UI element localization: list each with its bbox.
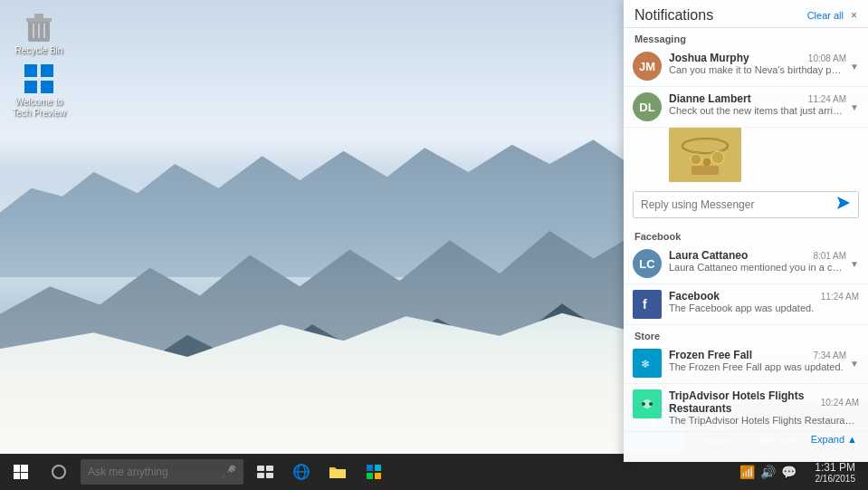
tripadvisor-icon: [633, 389, 662, 418]
svg-rect-43: [375, 473, 381, 479]
volume-tray-icon[interactable]: 🔊: [760, 465, 776, 479]
facebook-app-text: The Facebook app was updated.: [669, 303, 859, 313]
reply-send-icon[interactable]: [836, 196, 851, 214]
task-view-button[interactable]: [247, 454, 283, 490]
svg-rect-41: [375, 465, 381, 471]
desktop-icon-windows-store[interactable]: Welcome to Tech Preview: [7, 59, 71, 122]
laura-name: Laura Cattaneo: [669, 249, 748, 262]
tripadvisor-name-row: TripAdvisor Hotels Flights Restaurants 1…: [669, 389, 859, 415]
dianne-avatar: DL: [633, 92, 662, 121]
windows-store-icon: [23, 62, 55, 95]
svg-rect-33: [266, 466, 273, 471]
recycle-bin-label: Recycle Bin: [15, 45, 63, 56]
messaging-section-header: Messaging: [624, 28, 868, 46]
system-clock[interactable]: 1:31 PM 2/16/2015: [807, 461, 863, 484]
svg-point-23: [642, 402, 645, 406]
svg-rect-1: [26, 18, 52, 22]
joshua-content: Joshua Murphy 10:08 AM Can you make it t…: [669, 52, 846, 75]
windows-store-label: Welcome to Tech Preview: [12, 97, 65, 119]
internet-explorer-button[interactable]: [283, 454, 320, 490]
svg-rect-32: [257, 466, 264, 471]
facebook-app-content: Facebook 11:24 AM The Facebook app was u…: [669, 290, 859, 313]
store-taskbar-button[interactable]: [356, 454, 392, 490]
svg-rect-9: [41, 81, 53, 93]
notifications-tray-icon[interactable]: 💬: [781, 465, 796, 479]
expand-button[interactable]: Expand ▲: [624, 432, 868, 450]
svg-rect-40: [367, 465, 373, 471]
network-tray-icon[interactable]: 📶: [739, 465, 755, 479]
svg-text:❄: ❄: [641, 358, 650, 370]
file-explorer-icon: [329, 465, 346, 479]
panel-header: Notifications Clear all ×: [624, 0, 868, 28]
joshua-name-row: Joshua Murphy 10:08 AM: [669, 52, 846, 64]
dianne-chevron-icon: ▼: [850, 102, 859, 112]
facebook-app-name: Facebook: [669, 290, 720, 303]
reply-input[interactable]: [641, 198, 833, 211]
store-icon: [367, 465, 381, 479]
clear-all-button[interactable]: Clear all: [807, 10, 844, 21]
laura-avatar: LC: [633, 249, 662, 278]
desktop-wallpaper: [0, 0, 625, 462]
svg-rect-8: [24, 81, 37, 93]
reply-box: [633, 191, 859, 218]
notification-laura-cattaneo[interactable]: LC Laura Cattaneo 8:01 AM Laura Cattaneo…: [624, 244, 868, 284]
svg-rect-7: [41, 64, 53, 77]
joshua-text: Can you make it to Neva's birthday party…: [669, 64, 846, 75]
panel-header-actions: Clear all ×: [807, 9, 857, 22]
joshua-chevron-icon: ▼: [850, 62, 859, 72]
recycle-bin-icon: [23, 11, 55, 43]
search-input[interactable]: [88, 466, 221, 478]
laura-content: Laura Cattaneo 8:01 AM Laura Cattaneo me…: [669, 249, 846, 273]
windows-logo-icon: [14, 465, 28, 479]
notification-tripadvisor[interactable]: TripAdvisor Hotels Flights Restaurants 1…: [624, 384, 868, 432]
panel-title: Notifications: [634, 7, 713, 24]
laura-chevron-icon: ▼: [850, 259, 859, 269]
frozen-free-fall-text: The Frozen Free Fall app was updated.: [669, 361, 846, 372]
clock-time: 1:31 PM: [815, 461, 855, 474]
frozen-free-fall-name: Frozen Free Fall: [669, 349, 752, 361]
svg-rect-35: [266, 473, 273, 478]
store-section-header: Store: [624, 325, 868, 343]
facebook-section-header: Facebook: [624, 226, 868, 244]
system-tray: 📶 🔊 💬 1:31 PM 2/16/2015: [732, 461, 868, 484]
svg-rect-34: [257, 473, 264, 478]
clock-date: 2/16/2015: [815, 474, 855, 484]
microphone-icon[interactable]: 🎤: [221, 465, 236, 479]
facebook-app-time: 11:24 AM: [821, 292, 859, 302]
svg-point-14: [702, 158, 711, 167]
svg-rect-16: [692, 166, 719, 175]
start-button[interactable]: [0, 454, 41, 490]
tripadvisor-time: 10:24 AM: [821, 398, 859, 408]
dianne-name: Dianne Lambert: [669, 92, 751, 105]
file-explorer-button[interactable]: [320, 454, 356, 490]
notification-dianne-lambert[interactable]: DL Dianne Lambert 11:24 AM Check out the…: [624, 87, 868, 128]
frozen-chevron-icon: ▼: [850, 359, 859, 369]
joshua-avatar: JM: [633, 52, 662, 81]
search-bar[interactable]: 🎤: [81, 459, 243, 485]
joshua-name: Joshua Murphy: [669, 52, 749, 64]
dianne-name-row: Dianne Lambert 11:24 AM: [669, 92, 846, 105]
svg-point-24: [649, 402, 653, 406]
notification-facebook-app[interactable]: f Facebook 11:24 AM The Facebook app was…: [624, 284, 868, 325]
close-panel-button[interactable]: ×: [851, 9, 857, 22]
notification-frozen-free-fall[interactable]: ❄ Frozen Free Fall 7:34 AM The Frozen Fr…: [624, 343, 868, 384]
desktop-icon-recycle-bin[interactable]: Recycle Bin: [7, 7, 71, 60]
dianne-text: Check out the new items that just arrive…: [669, 105, 846, 116]
joshua-time: 10:08 AM: [808, 53, 846, 63]
svg-marker-17: [837, 197, 850, 209]
dianne-time: 11:24 AM: [808, 94, 846, 104]
tripadvisor-content: TripAdvisor Hotels Flights Restaurants 1…: [669, 389, 859, 426]
jewelry-image: [669, 128, 741, 182]
svg-text:f: f: [643, 297, 647, 312]
svg-rect-6: [24, 64, 37, 77]
task-view-icon: [257, 466, 273, 478]
notification-joshua-murphy[interactable]: JM Joshua Murphy 10:08 AM Can you make i…: [624, 46, 868, 87]
frozen-free-fall-time: 7:34 AM: [813, 351, 846, 360]
svg-rect-42: [367, 473, 373, 479]
tripadvisor-text: The TripAdvisor Hotels Flights Restauran…: [669, 415, 859, 426]
laura-text: Laura Cattaneo mentioned you in a commen…: [669, 262, 846, 273]
facebook-app-icon: f: [633, 290, 662, 319]
frozen-free-fall-icon: ❄: [633, 349, 662, 378]
cortana-icon: [52, 465, 66, 479]
cortana-button[interactable]: [41, 454, 77, 490]
